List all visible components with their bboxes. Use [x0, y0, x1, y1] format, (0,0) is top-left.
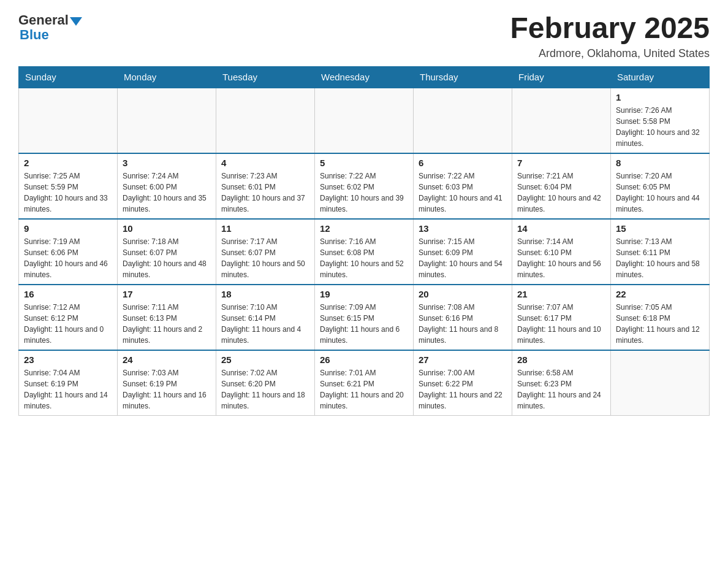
- calendar-cell: 23Sunrise: 7:04 AMSunset: 6:19 PMDayligh…: [19, 350, 118, 416]
- calendar-cell: 9Sunrise: 7:19 AMSunset: 6:06 PMDaylight…: [19, 219, 118, 285]
- calendar-cell: 8Sunrise: 7:20 AMSunset: 6:05 PMDaylight…: [611, 153, 710, 219]
- calendar-header-monday: Monday: [118, 66, 216, 88]
- calendar-header-tuesday: Tuesday: [216, 66, 315, 88]
- calendar-cell: [216, 88, 315, 153]
- logo-general-text: General: [18, 12, 69, 28]
- calendar-cell: 11Sunrise: 7:17 AMSunset: 6:07 PMDayligh…: [216, 219, 315, 285]
- day-info: Sunrise: 7:08 AMSunset: 6:16 PMDaylight:…: [419, 302, 507, 346]
- calendar-week-row: 16Sunrise: 7:12 AMSunset: 6:12 PMDayligh…: [19, 285, 710, 350]
- day-number: 28: [517, 354, 605, 365]
- calendar-cell: [19, 88, 118, 153]
- calendar-week-row: 1Sunrise: 7:26 AMSunset: 5:58 PMDaylight…: [19, 88, 710, 153]
- calendar-cell: 27Sunrise: 7:00 AMSunset: 6:22 PMDayligh…: [414, 350, 512, 416]
- calendar-cell: [118, 88, 216, 153]
- page-header: General Blue February 2025 Ardmore, Okla…: [18, 12, 710, 60]
- day-info: Sunrise: 7:26 AMSunset: 5:58 PMDaylight:…: [616, 105, 704, 149]
- calendar-header-friday: Friday: [512, 66, 611, 88]
- day-info: Sunrise: 7:23 AMSunset: 6:01 PMDaylight:…: [221, 170, 309, 215]
- day-number: 10: [123, 223, 211, 234]
- day-info: Sunrise: 7:18 AMSunset: 6:07 PMDaylight:…: [123, 236, 211, 280]
- day-number: 2: [24, 158, 112, 168]
- day-number: 16: [24, 289, 112, 299]
- location-subtitle: Ardmore, Oklahoma, United States: [510, 47, 710, 60]
- calendar-header-wednesday: Wednesday: [315, 66, 414, 88]
- day-number: 21: [517, 289, 605, 299]
- calendar-cell: 3Sunrise: 7:24 AMSunset: 6:00 PMDaylight…: [118, 153, 216, 219]
- calendar-table: SundayMondayTuesdayWednesdayThursdayFrid…: [18, 66, 710, 416]
- day-info: Sunrise: 7:10 AMSunset: 6:14 PMDaylight:…: [221, 302, 309, 346]
- calendar-cell: 26Sunrise: 7:01 AMSunset: 6:21 PMDayligh…: [315, 350, 414, 416]
- calendar-cell: 14Sunrise: 7:14 AMSunset: 6:10 PMDayligh…: [512, 219, 611, 285]
- day-info: Sunrise: 7:14 AMSunset: 6:10 PMDaylight:…: [517, 236, 605, 280]
- logo-blue-text: Blue: [20, 27, 49, 43]
- day-info: Sunrise: 7:12 AMSunset: 6:12 PMDaylight:…: [24, 302, 112, 346]
- day-info: Sunrise: 7:13 AMSunset: 6:11 PMDaylight:…: [616, 236, 704, 280]
- calendar-cell: 17Sunrise: 7:11 AMSunset: 6:13 PMDayligh…: [118, 285, 216, 350]
- day-info: Sunrise: 7:22 AMSunset: 6:02 PMDaylight:…: [320, 170, 408, 215]
- day-info: Sunrise: 7:01 AMSunset: 6:21 PMDaylight:…: [320, 367, 408, 412]
- calendar-cell: 28Sunrise: 6:58 AMSunset: 6:23 PMDayligh…: [512, 350, 611, 416]
- calendar-cell: 2Sunrise: 7:25 AMSunset: 5:59 PMDaylight…: [19, 153, 118, 219]
- calendar-cell: 13Sunrise: 7:15 AMSunset: 6:09 PMDayligh…: [414, 219, 512, 285]
- day-info: Sunrise: 7:00 AMSunset: 6:22 PMDaylight:…: [419, 367, 507, 412]
- logo: General Blue: [18, 12, 82, 43]
- day-number: 5: [320, 158, 408, 168]
- day-info: Sunrise: 7:11 AMSunset: 6:13 PMDaylight:…: [123, 302, 211, 346]
- day-number: 23: [24, 354, 112, 365]
- day-number: 22: [616, 289, 704, 299]
- day-number: 9: [24, 223, 112, 234]
- calendar-cell: 22Sunrise: 7:05 AMSunset: 6:18 PMDayligh…: [611, 285, 710, 350]
- calendar-week-row: 23Sunrise: 7:04 AMSunset: 6:19 PMDayligh…: [19, 350, 710, 416]
- calendar-week-row: 9Sunrise: 7:19 AMSunset: 6:06 PMDaylight…: [19, 219, 710, 285]
- day-number: 11: [221, 223, 309, 234]
- day-number: 15: [616, 223, 704, 234]
- day-number: 25: [221, 354, 309, 365]
- day-info: Sunrise: 7:20 AMSunset: 6:05 PMDaylight:…: [616, 170, 704, 215]
- calendar-cell: 20Sunrise: 7:08 AMSunset: 6:16 PMDayligh…: [414, 285, 512, 350]
- day-info: Sunrise: 6:58 AMSunset: 6:23 PMDaylight:…: [517, 367, 605, 412]
- day-number: 24: [123, 354, 211, 365]
- calendar-header-saturday: Saturday: [611, 66, 710, 88]
- day-number: 17: [123, 289, 211, 299]
- day-number: 4: [221, 158, 309, 168]
- calendar-cell: 24Sunrise: 7:03 AMSunset: 6:19 PMDayligh…: [118, 350, 216, 416]
- day-number: 3: [123, 158, 211, 168]
- calendar-cell: [414, 88, 512, 153]
- calendar-cell: 4Sunrise: 7:23 AMSunset: 6:01 PMDaylight…: [216, 153, 315, 219]
- day-info: Sunrise: 7:05 AMSunset: 6:18 PMDaylight:…: [616, 302, 704, 346]
- calendar-cell: 21Sunrise: 7:07 AMSunset: 6:17 PMDayligh…: [512, 285, 611, 350]
- day-info: Sunrise: 7:24 AMSunset: 6:00 PMDaylight:…: [123, 170, 211, 215]
- calendar-week-row: 2Sunrise: 7:25 AMSunset: 5:59 PMDaylight…: [19, 153, 710, 219]
- day-number: 8: [616, 158, 704, 168]
- day-info: Sunrise: 7:03 AMSunset: 6:19 PMDaylight:…: [123, 367, 211, 412]
- day-info: Sunrise: 7:17 AMSunset: 6:07 PMDaylight:…: [221, 236, 309, 280]
- calendar-cell: 15Sunrise: 7:13 AMSunset: 6:11 PMDayligh…: [611, 219, 710, 285]
- day-info: Sunrise: 7:02 AMSunset: 6:20 PMDaylight:…: [221, 367, 309, 412]
- day-number: 7: [517, 158, 605, 168]
- calendar-cell: [512, 88, 611, 153]
- day-info: Sunrise: 7:04 AMSunset: 6:19 PMDaylight:…: [24, 367, 112, 412]
- day-number: 12: [320, 223, 408, 234]
- calendar-cell: 18Sunrise: 7:10 AMSunset: 6:14 PMDayligh…: [216, 285, 315, 350]
- calendar-cell: 16Sunrise: 7:12 AMSunset: 6:12 PMDayligh…: [19, 285, 118, 350]
- day-number: 13: [419, 223, 507, 234]
- logo-arrow-icon: [70, 17, 82, 26]
- calendar-cell: 1Sunrise: 7:26 AMSunset: 5:58 PMDaylight…: [611, 88, 710, 153]
- calendar-header-sunday: Sunday: [19, 66, 118, 88]
- day-number: 19: [320, 289, 408, 299]
- day-info: Sunrise: 7:22 AMSunset: 6:03 PMDaylight:…: [419, 170, 507, 215]
- day-info: Sunrise: 7:16 AMSunset: 6:08 PMDaylight:…: [320, 236, 408, 280]
- day-number: 26: [320, 354, 408, 365]
- calendar-cell: 12Sunrise: 7:16 AMSunset: 6:08 PMDayligh…: [315, 219, 414, 285]
- day-number: 1: [616, 92, 704, 102]
- title-area: February 2025 Ardmore, Oklahoma, United …: [510, 12, 710, 60]
- calendar-header-thursday: Thursday: [414, 66, 512, 88]
- calendar-cell: 19Sunrise: 7:09 AMSunset: 6:15 PMDayligh…: [315, 285, 414, 350]
- day-number: 20: [419, 289, 507, 299]
- calendar-cell: 25Sunrise: 7:02 AMSunset: 6:20 PMDayligh…: [216, 350, 315, 416]
- calendar-cell: [611, 350, 710, 416]
- month-title: February 2025: [510, 12, 710, 45]
- day-number: 14: [517, 223, 605, 234]
- day-number: 6: [419, 158, 507, 168]
- calendar-cell: [315, 88, 414, 153]
